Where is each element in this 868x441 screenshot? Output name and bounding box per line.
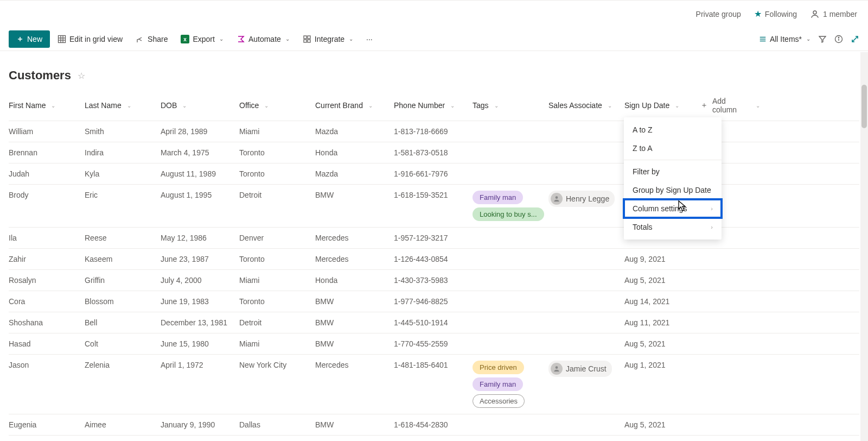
sales-associate-cell: Jamie Crust bbox=[548, 361, 624, 377]
cell: Mazda bbox=[315, 127, 394, 136]
cell: 1-813-718-6669 bbox=[394, 127, 473, 136]
person-chip[interactable]: Jamie Crust bbox=[548, 361, 612, 377]
col-last-name[interactable]: Last Name⌄ bbox=[85, 101, 161, 110]
edit-grid-button[interactable]: Edit in grid view bbox=[52, 32, 128, 47]
cell: 1-770-455-2559 bbox=[394, 339, 473, 348]
menu-filter-by[interactable]: Filter by bbox=[624, 162, 722, 181]
integrate-button[interactable]: Integrate ⌄ bbox=[297, 32, 359, 47]
menu-group-by[interactable]: Group by Sign Up Date bbox=[624, 181, 722, 199]
cell: Indira bbox=[85, 148, 161, 157]
view-selector[interactable]: All Items* ⌄ bbox=[754, 32, 816, 47]
cell: Mercedes bbox=[315, 361, 394, 369]
private-group-label: Private group bbox=[696, 10, 741, 18]
col-phone[interactable]: Phone Number⌄ bbox=[394, 101, 473, 110]
menu-z-to-a[interactable]: Z to A bbox=[624, 139, 722, 158]
table-row[interactable]: ZahirKaseemJune 23, 1987TorontoMercedes1… bbox=[9, 249, 859, 270]
star-icon: ★ bbox=[754, 9, 762, 19]
list-icon bbox=[759, 35, 767, 43]
cell: April 28, 1989 bbox=[161, 127, 239, 136]
svg-text:x: x bbox=[184, 36, 187, 42]
share-icon bbox=[136, 35, 144, 43]
scrollbar-thumb[interactable] bbox=[861, 85, 867, 128]
tag-pill[interactable]: Price driven bbox=[473, 361, 524, 374]
cell: 1-618-159-3521 bbox=[394, 191, 473, 199]
cell: Jason bbox=[9, 361, 85, 369]
cell: 1-581-873-0518 bbox=[394, 148, 473, 157]
share-button[interactable]: Share bbox=[130, 32, 173, 47]
filter-icon[interactable] bbox=[818, 35, 827, 43]
tag-pill[interactable]: Family man bbox=[473, 377, 523, 391]
table-row[interactable]: BrennanIndiraMarch 4, 1975TorontoHonda1-… bbox=[9, 142, 859, 163]
svg-point-18 bbox=[556, 196, 558, 199]
export-button[interactable]: x Export ⌄ bbox=[175, 32, 228, 47]
table-row[interactable]: CoraBlossomJune 19, 1983TorontoBMW1-977-… bbox=[9, 291, 859, 312]
command-bar: ＋ New Edit in grid view Share x Export ⌄ bbox=[0, 27, 868, 51]
col-office[interactable]: Office⌄ bbox=[239, 101, 315, 110]
members-text: 1 member bbox=[823, 10, 857, 18]
table-row[interactable]: ShoshanaBellDecember 13, 1981DetroitBMW1… bbox=[9, 312, 859, 333]
cell: Toronto bbox=[239, 297, 315, 306]
table-row[interactable]: JudahKylaAugust 11, 1989TorontoMazda1-91… bbox=[9, 163, 859, 185]
col-first-name[interactable]: First Name⌄ bbox=[9, 101, 85, 110]
chevron-down-icon: ⌄ bbox=[127, 103, 131, 109]
avatar-icon bbox=[551, 193, 563, 205]
table-row[interactable]: WilliamSmithApril 28, 1989MiamiMazda1-81… bbox=[9, 121, 859, 142]
menu-totals[interactable]: Totals › bbox=[624, 218, 722, 236]
automate-button[interactable]: Automate ⌄ bbox=[231, 32, 295, 47]
col-tags[interactable]: Tags⌄ bbox=[473, 101, 548, 110]
cell: New York City bbox=[239, 361, 315, 369]
scrollbar[interactable] bbox=[860, 52, 868, 436]
cell: June 19, 1983 bbox=[161, 297, 239, 306]
share-label: Share bbox=[148, 35, 168, 43]
cell: 1-430-373-5983 bbox=[394, 276, 473, 285]
cell: Eric bbox=[85, 191, 161, 199]
more-button[interactable]: ··· bbox=[361, 32, 378, 47]
private-group-text: Private group bbox=[696, 10, 741, 18]
cell: Cora bbox=[9, 297, 85, 306]
table-row[interactable]: HasadColtJune 15, 1980MiamiBMW1-770-455-… bbox=[9, 333, 859, 355]
tag-pill[interactable]: Looking to buy s... bbox=[473, 207, 544, 221]
person-chip[interactable]: Henry Legge bbox=[548, 191, 615, 207]
list-title: Customers bbox=[9, 68, 71, 83]
grid-icon bbox=[58, 35, 66, 43]
cell: William bbox=[9, 127, 85, 136]
table-row[interactable]: IlaReeseMay 12, 1986DenverMercedes1-957-… bbox=[9, 228, 859, 249]
tag-pill[interactable]: Family man bbox=[473, 191, 523, 204]
svg-point-19 bbox=[556, 366, 558, 369]
expand-icon[interactable] bbox=[851, 35, 859, 43]
table-row[interactable]: EugeniaAimeeJanuary 9, 1990DallasBMW1-61… bbox=[9, 414, 859, 436]
signup-cell: Aug 1, 2021 bbox=[624, 361, 700, 369]
cell: 1-481-185-6401 bbox=[394, 361, 473, 369]
table-row[interactable]: RosalynGriffinJuly 4, 2000MiamiHonda1-43… bbox=[9, 270, 859, 291]
signup-cell: Aug 9, 2021 bbox=[624, 255, 700, 263]
col-sales-associate[interactable]: Sales Associate⌄ bbox=[548, 101, 624, 110]
col-dob[interactable]: DOB⌄ bbox=[161, 101, 239, 110]
table-row[interactable]: JasonZeleniaApril 1, 1972New York CityMe… bbox=[9, 355, 859, 414]
table-row[interactable]: BrodyEricAugust 1, 1995DetroitBMW1-618-1… bbox=[9, 185, 859, 228]
excel-icon: x bbox=[181, 35, 189, 43]
col-current-brand[interactable]: Current Brand⌄ bbox=[315, 101, 394, 110]
menu-column-settings[interactable]: Column settings › bbox=[624, 199, 722, 218]
favorite-star-icon[interactable]: ☆ bbox=[78, 71, 85, 81]
tag-pill[interactable]: Accessories bbox=[473, 394, 525, 408]
svg-rect-1 bbox=[59, 35, 66, 42]
chevron-down-icon: ⌄ bbox=[182, 103, 187, 109]
cell: BMW bbox=[315, 420, 394, 429]
following-button[interactable]: ★ Following bbox=[754, 9, 797, 19]
cell: Detroit bbox=[239, 318, 315, 327]
integrate-icon bbox=[303, 35, 311, 43]
svg-rect-10 bbox=[304, 40, 307, 42]
col-signup-date[interactable]: Sign Up Date⌄ bbox=[624, 101, 700, 110]
cell: Denver bbox=[239, 234, 315, 242]
cell: Miami bbox=[239, 127, 315, 136]
cell: May 12, 1986 bbox=[161, 234, 239, 242]
tags-cell: Family manLooking to buy s... bbox=[473, 191, 548, 221]
new-button[interactable]: ＋ New bbox=[9, 30, 50, 48]
add-column-button[interactable]: ＋Add column⌄ bbox=[700, 97, 760, 114]
new-button-label: New bbox=[27, 35, 42, 43]
chevron-right-icon: › bbox=[711, 205, 713, 212]
chevron-right-icon: › bbox=[711, 224, 713, 230]
info-icon[interactable] bbox=[834, 35, 843, 43]
menu-a-to-z[interactable]: A to Z bbox=[624, 121, 722, 139]
members-button[interactable]: 1 member bbox=[810, 9, 857, 19]
